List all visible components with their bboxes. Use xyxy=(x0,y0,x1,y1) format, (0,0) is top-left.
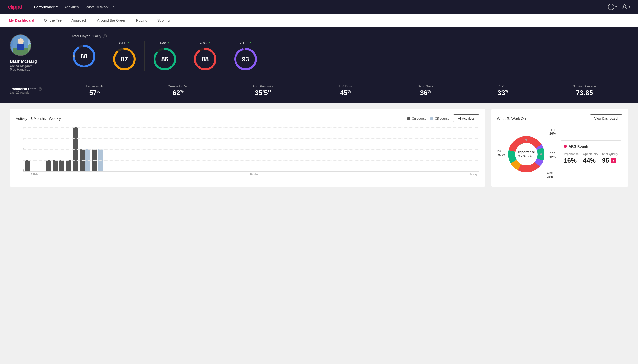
importance-label: Importance xyxy=(564,152,580,156)
donut-label-ott: OTT 10% xyxy=(549,128,556,136)
all-activities-button[interactable]: All Activities xyxy=(453,114,479,122)
arg-label: ARG ↗ xyxy=(200,41,210,45)
ott-score: 87 xyxy=(121,56,128,63)
activity-card: Activity - 3 Months - Weekly On course O… xyxy=(10,108,485,187)
bar-on-course-8 xyxy=(80,149,85,171)
bar-group-2 xyxy=(39,171,44,171)
app-label: APP ↗ xyxy=(160,41,170,45)
metric-opportunity: Opportunity 44% xyxy=(583,152,599,164)
chart-legend: On course Off course xyxy=(407,116,450,120)
trad-stats-period: Last 20 rounds xyxy=(10,91,54,94)
donut-chart-container: Importance To Scoring PUTT 57% OTT 10% xyxy=(497,127,556,181)
svg-point-30 xyxy=(540,153,542,155)
what-to-work-on-card: What To Work On View Dashboard Importanc… xyxy=(491,108,628,187)
subnav-putting[interactable]: Putting xyxy=(135,14,149,28)
content-area: Activity - 3 Months - Weekly On course O… xyxy=(0,103,638,193)
add-button[interactable]: ▾ xyxy=(608,4,617,10)
donut-label-app: APP 12% xyxy=(549,152,556,159)
svg-text:Importance: Importance xyxy=(518,150,535,154)
logo[interactable]: clippd xyxy=(8,4,22,10)
svg-point-13 xyxy=(113,58,115,60)
profile-section: Blair McHarg United Kingdom Plus Handica… xyxy=(10,34,64,72)
arg-score: 88 xyxy=(202,56,209,63)
bar-group-1 xyxy=(32,171,37,171)
stat-one-putt: 1 Putt 33% xyxy=(498,84,509,97)
bar-on-course-3 xyxy=(46,160,51,171)
trad-help-icon[interactable]: ? xyxy=(38,87,42,91)
chart-area: 0 1 2 3 4 xyxy=(16,127,479,176)
bar-on-course-6 xyxy=(66,160,71,171)
info-metrics: Importance 16% Opportunity 44% Shot Qual… xyxy=(564,152,618,164)
svg-point-16 xyxy=(164,48,166,50)
subnav-my-dashboard[interactable]: My Dashboard xyxy=(8,14,35,28)
stat-items: Fairways Hit 57% Greens In Reg 62% App. … xyxy=(54,84,628,97)
bar-on-course-7 xyxy=(73,127,78,171)
ott-label: OTT ↗ xyxy=(119,41,129,45)
svg-point-3 xyxy=(623,5,625,7)
score-card-app: APP ↗ 86 xyxy=(145,41,185,72)
stat-up-and-down: Up & Down 45% xyxy=(337,84,353,97)
hero-stats: Total Player Quality ? 88 OTT xyxy=(64,34,628,72)
score-card-overall: 88 xyxy=(72,44,104,68)
nav-right: ▾ ▾ xyxy=(608,4,630,10)
trad-stats-label: Traditional Stats ? Last 20 rounds xyxy=(10,87,54,94)
bar-group-9 xyxy=(92,149,103,171)
putt-ring: 93 xyxy=(233,47,258,72)
subnav-scoring[interactable]: Scoring xyxy=(156,14,171,28)
donut-label-arg: ARG 21% xyxy=(547,172,553,179)
profile-name: Blair McHarg xyxy=(10,59,37,64)
help-icon[interactable]: ? xyxy=(103,34,107,38)
activity-card-header: Activity - 3 Months - Weekly On course O… xyxy=(16,114,479,122)
nav-link-wtwo[interactable]: What To Work On xyxy=(86,5,115,9)
subnav-approach[interactable]: Approach xyxy=(71,14,88,28)
opportunity-value: 44% xyxy=(583,157,599,164)
subnav-off-the-tee[interactable]: Off the Tee xyxy=(43,14,63,28)
legend-on-course-dot xyxy=(407,117,410,120)
score-cards: 88 OTT ↗ 87 xyxy=(72,41,628,72)
bar-on-course-0 xyxy=(25,160,30,171)
nav-link-performance[interactable]: Performance ▾ xyxy=(34,5,58,9)
info-dot xyxy=(564,145,567,148)
bar-group-6 xyxy=(66,160,71,171)
score-card-ott: OTT ↗ 87 xyxy=(104,41,145,72)
stat-greens-in-reg: Greens In Reg 62% xyxy=(168,84,188,97)
bar-group-5 xyxy=(60,160,64,171)
wtwo-title: What To Work On xyxy=(497,116,590,120)
activity-chart-title: Activity - 3 Months - Weekly xyxy=(16,116,403,120)
score-card-putt: PUTT ↗ 93 xyxy=(226,41,266,72)
nav-link-activities[interactable]: Activities xyxy=(64,5,79,9)
donut-label-putt: PUTT 57% xyxy=(497,149,505,156)
score-card-arg: ARG ↗ 88 xyxy=(185,41,226,72)
svg-point-19 xyxy=(204,68,206,70)
putt-label: PUTT ↗ xyxy=(240,41,252,45)
nav-links: Performance ▾ Activities What To Work On xyxy=(34,5,600,9)
overall-score: 88 xyxy=(81,52,88,60)
donut-svg: Importance To Scoring xyxy=(504,132,548,176)
wtwo-content: Importance To Scoring PUTT 57% OTT 10% xyxy=(497,127,622,181)
legend-off-course-dot xyxy=(431,117,433,120)
stat-scoring-average: Scoring Average 73.85 xyxy=(573,84,596,97)
arg-ring: 88 xyxy=(193,47,218,72)
overall-ring: 88 xyxy=(72,44,96,68)
shot-quality-value: 95 ▼ xyxy=(602,157,618,164)
user-button[interactable]: ▾ xyxy=(621,4,630,10)
traditional-stats: Traditional Stats ? Last 20 rounds Fairw… xyxy=(0,78,638,103)
importance-value: 16% xyxy=(564,157,580,164)
svg-point-10 xyxy=(73,55,75,57)
top-nav: clippd Performance ▾ Activities What To … xyxy=(0,0,638,14)
metric-importance: Importance 16% xyxy=(564,152,580,164)
stat-app-proximity: App. Proximity 35'5" xyxy=(253,84,273,97)
svg-rect-7 xyxy=(17,44,24,50)
view-dashboard-button[interactable]: View Dashboard xyxy=(590,114,622,122)
bar-on-course-4 xyxy=(53,160,58,171)
wtwo-header: What To Work On View Dashboard xyxy=(497,114,622,122)
down-badge: ▼ xyxy=(610,158,616,163)
bar-group-3 xyxy=(46,160,51,171)
svg-point-29 xyxy=(525,138,527,140)
svg-point-6 xyxy=(18,38,24,44)
bar-off-course-9 xyxy=(98,149,103,171)
bar-group-4 xyxy=(53,160,58,171)
svg-text:To Scoring: To Scoring xyxy=(518,154,535,158)
subnav-around-the-green[interactable]: Around the Green xyxy=(96,14,127,28)
hero-section: Blair McHarg United Kingdom Plus Handica… xyxy=(0,28,638,78)
